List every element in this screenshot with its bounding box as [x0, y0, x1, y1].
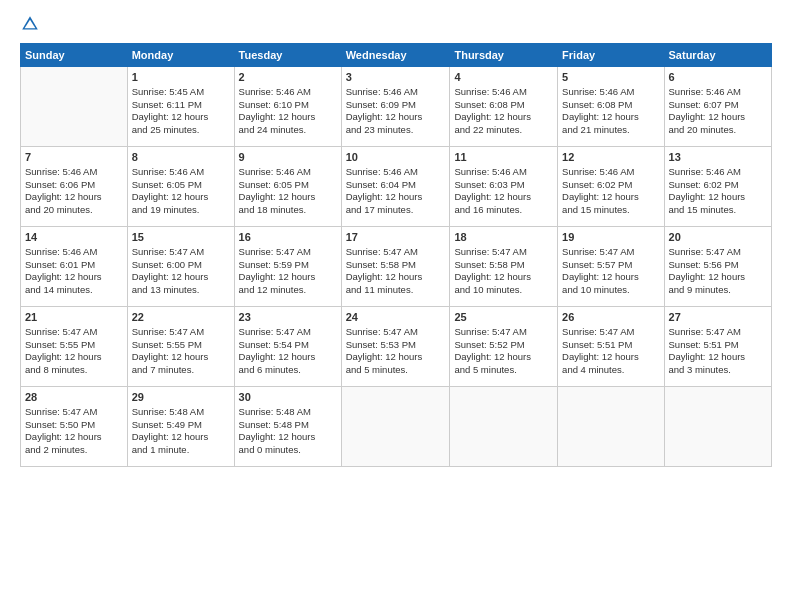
daylight-text: Daylight: 12 hours [239, 351, 337, 364]
daylight-text: Daylight: 12 hours [346, 111, 446, 124]
calendar-cell: 24Sunrise: 5:47 AMSunset: 5:53 PMDayligh… [341, 307, 450, 387]
calendar-cell: 3Sunrise: 5:46 AMSunset: 6:09 PMDaylight… [341, 67, 450, 147]
sunrise-text: Sunrise: 5:47 AM [454, 326, 553, 339]
daylight-and-text: and 1 minute. [132, 444, 230, 457]
day-number: 6 [669, 70, 767, 85]
page: SundayMondayTuesdayWednesdayThursdayFrid… [0, 0, 792, 612]
day-number: 18 [454, 230, 553, 245]
day-number: 22 [132, 310, 230, 325]
weekday-header: Sunday [21, 44, 128, 67]
sunrise-text: Sunrise: 5:48 AM [132, 406, 230, 419]
calendar-cell: 29Sunrise: 5:48 AMSunset: 5:49 PMDayligh… [127, 387, 234, 467]
calendar-body: 1Sunrise: 5:45 AMSunset: 6:11 PMDaylight… [21, 67, 772, 467]
daylight-text: Daylight: 12 hours [25, 191, 123, 204]
daylight-and-text: and 6 minutes. [239, 364, 337, 377]
sunrise-text: Sunrise: 5:46 AM [562, 86, 659, 99]
daylight-text: Daylight: 12 hours [454, 191, 553, 204]
day-number: 20 [669, 230, 767, 245]
sunset-text: Sunset: 5:52 PM [454, 339, 553, 352]
calendar-cell: 6Sunrise: 5:46 AMSunset: 6:07 PMDaylight… [664, 67, 771, 147]
day-number: 24 [346, 310, 446, 325]
sunset-text: Sunset: 5:50 PM [25, 419, 123, 432]
calendar-week: 21Sunrise: 5:47 AMSunset: 5:55 PMDayligh… [21, 307, 772, 387]
sunset-text: Sunset: 6:10 PM [239, 99, 337, 112]
calendar-header: SundayMondayTuesdayWednesdayThursdayFrid… [21, 44, 772, 67]
daylight-text: Daylight: 12 hours [132, 431, 230, 444]
sunset-text: Sunset: 5:57 PM [562, 259, 659, 272]
day-number: 8 [132, 150, 230, 165]
sunset-text: Sunset: 5:55 PM [25, 339, 123, 352]
daylight-and-text: and 10 minutes. [454, 284, 553, 297]
day-number: 4 [454, 70, 553, 85]
day-number: 5 [562, 70, 659, 85]
calendar-cell: 20Sunrise: 5:47 AMSunset: 5:56 PMDayligh… [664, 227, 771, 307]
daylight-and-text: and 23 minutes. [346, 124, 446, 137]
daylight-text: Daylight: 12 hours [132, 191, 230, 204]
daylight-text: Daylight: 12 hours [132, 271, 230, 284]
daylight-and-text: and 22 minutes. [454, 124, 553, 137]
daylight-and-text: and 17 minutes. [346, 204, 446, 217]
sunrise-text: Sunrise: 5:46 AM [239, 166, 337, 179]
daylight-and-text: and 15 minutes. [669, 204, 767, 217]
daylight-text: Daylight: 12 hours [669, 271, 767, 284]
weekday-header: Saturday [664, 44, 771, 67]
sunset-text: Sunset: 5:59 PM [239, 259, 337, 272]
daylight-and-text: and 2 minutes. [25, 444, 123, 457]
sunset-text: Sunset: 6:01 PM [25, 259, 123, 272]
daylight-text: Daylight: 12 hours [562, 351, 659, 364]
day-number: 14 [25, 230, 123, 245]
calendar-cell: 4Sunrise: 5:46 AMSunset: 6:08 PMDaylight… [450, 67, 558, 147]
daylight-text: Daylight: 12 hours [25, 431, 123, 444]
sunset-text: Sunset: 5:48 PM [239, 419, 337, 432]
sunrise-text: Sunrise: 5:47 AM [132, 246, 230, 259]
daylight-text: Daylight: 12 hours [454, 111, 553, 124]
sunset-text: Sunset: 5:51 PM [562, 339, 659, 352]
daylight-text: Daylight: 12 hours [25, 351, 123, 364]
calendar-cell [558, 387, 664, 467]
sunrise-text: Sunrise: 5:47 AM [669, 326, 767, 339]
sunrise-text: Sunrise: 5:46 AM [669, 166, 767, 179]
calendar-cell: 5Sunrise: 5:46 AMSunset: 6:08 PMDaylight… [558, 67, 664, 147]
sunset-text: Sunset: 6:08 PM [454, 99, 553, 112]
day-number: 25 [454, 310, 553, 325]
sunrise-text: Sunrise: 5:47 AM [25, 326, 123, 339]
calendar-cell: 19Sunrise: 5:47 AMSunset: 5:57 PMDayligh… [558, 227, 664, 307]
day-number: 9 [239, 150, 337, 165]
daylight-and-text: and 16 minutes. [454, 204, 553, 217]
calendar-cell: 1Sunrise: 5:45 AMSunset: 6:11 PMDaylight… [127, 67, 234, 147]
sunrise-text: Sunrise: 5:47 AM [562, 246, 659, 259]
daylight-and-text: and 7 minutes. [132, 364, 230, 377]
sunrise-text: Sunrise: 5:46 AM [454, 166, 553, 179]
day-number: 3 [346, 70, 446, 85]
calendar-cell: 27Sunrise: 5:47 AMSunset: 5:51 PMDayligh… [664, 307, 771, 387]
daylight-and-text: and 10 minutes. [562, 284, 659, 297]
calendar-cell: 11Sunrise: 5:46 AMSunset: 6:03 PMDayligh… [450, 147, 558, 227]
daylight-text: Daylight: 12 hours [669, 191, 767, 204]
daylight-and-text: and 9 minutes. [669, 284, 767, 297]
sunrise-text: Sunrise: 5:47 AM [239, 326, 337, 339]
sunset-text: Sunset: 6:04 PM [346, 179, 446, 192]
calendar-week: 28Sunrise: 5:47 AMSunset: 5:50 PMDayligh… [21, 387, 772, 467]
daylight-text: Daylight: 12 hours [562, 111, 659, 124]
daylight-text: Daylight: 12 hours [669, 351, 767, 364]
calendar-cell: 2Sunrise: 5:46 AMSunset: 6:10 PMDaylight… [234, 67, 341, 147]
day-number: 10 [346, 150, 446, 165]
daylight-text: Daylight: 12 hours [239, 431, 337, 444]
day-number: 19 [562, 230, 659, 245]
daylight-text: Daylight: 12 hours [454, 351, 553, 364]
daylight-and-text: and 5 minutes. [454, 364, 553, 377]
calendar-cell: 13Sunrise: 5:46 AMSunset: 6:02 PMDayligh… [664, 147, 771, 227]
sunrise-text: Sunrise: 5:46 AM [346, 86, 446, 99]
day-number: 30 [239, 390, 337, 405]
sunrise-text: Sunrise: 5:46 AM [562, 166, 659, 179]
calendar-cell [21, 67, 128, 147]
sunrise-text: Sunrise: 5:48 AM [239, 406, 337, 419]
day-number: 1 [132, 70, 230, 85]
calendar-cell: 12Sunrise: 5:46 AMSunset: 6:02 PMDayligh… [558, 147, 664, 227]
sunrise-text: Sunrise: 5:47 AM [132, 326, 230, 339]
sunset-text: Sunset: 5:55 PM [132, 339, 230, 352]
sunset-text: Sunset: 6:02 PM [562, 179, 659, 192]
weekday-header: Friday [558, 44, 664, 67]
sunset-text: Sunset: 6:08 PM [562, 99, 659, 112]
sunset-text: Sunset: 6:07 PM [669, 99, 767, 112]
